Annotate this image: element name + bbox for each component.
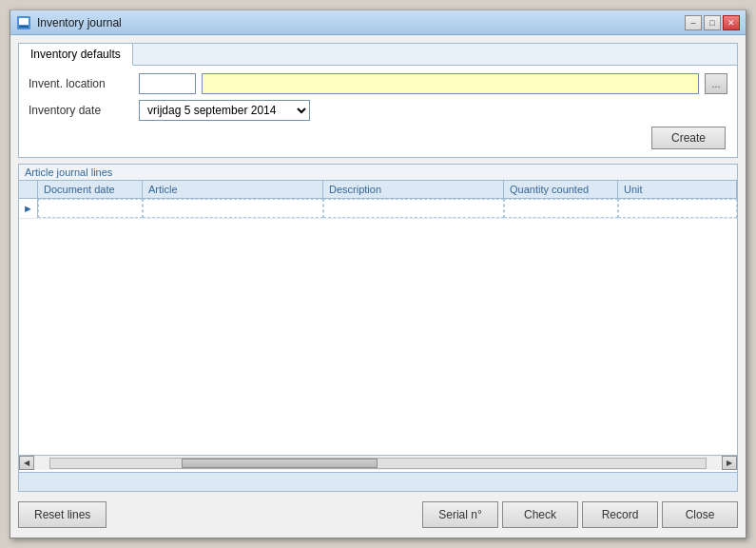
td-quantity[interactable]: [504, 199, 618, 218]
table-body: ►: [19, 199, 737, 455]
th-document-date: Document date: [38, 181, 143, 198]
td-description[interactable]: [323, 199, 504, 218]
close-button[interactable]: Close: [662, 501, 738, 528]
th-description: Description: [323, 181, 504, 198]
table-row[interactable]: ►: [19, 199, 737, 219]
journal-lines-section: Article journal lines Document date Arti…: [18, 164, 738, 492]
record-button[interactable]: Record: [582, 501, 658, 528]
reset-lines-button[interactable]: Reset lines: [18, 501, 107, 528]
td-unit[interactable]: [618, 199, 737, 218]
window-title: Inventory journal: [37, 16, 122, 29]
inventory-date-row: Inventory date vrijdag 5 september 2014: [29, 100, 727, 121]
tab-header: Inventory defaults: [19, 44, 737, 66]
check-button[interactable]: Check: [502, 501, 578, 528]
create-btn-row: Create: [29, 127, 727, 149]
row-indicator: ►: [19, 199, 38, 218]
th-quantity-counted: Quantity counted: [504, 181, 618, 198]
maximize-button[interactable]: □: [704, 15, 721, 30]
invent-location-input-large[interactable]: [202, 73, 699, 94]
td-article[interactable]: [143, 199, 323, 218]
inventory-date-select[interactable]: vrijdag 5 september 2014: [139, 100, 310, 121]
scrollbar-track[interactable]: [49, 458, 707, 469]
browse-button[interactable]: ...: [705, 73, 727, 94]
scroll-right-button[interactable]: ▶: [722, 456, 737, 470]
create-button[interactable]: Create: [651, 127, 726, 149]
invent-location-label: Invent. location: [29, 77, 133, 90]
inventory-date-label: Inventory date: [29, 104, 133, 117]
title-bar: Inventory journal – □ ✕: [10, 10, 746, 35]
window-content: Inventory defaults Invent. location ... …: [10, 35, 746, 538]
scrollbar-thumb[interactable]: [182, 459, 378, 468]
scroll-left-button[interactable]: ◀: [19, 456, 34, 470]
th-article: Article: [143, 181, 323, 198]
tab-inventory-defaults[interactable]: Inventory defaults: [19, 44, 133, 66]
table-container: Document date Article Description Quanti…: [19, 181, 737, 491]
tab-content: Invent. location ... Inventory date vrij…: [19, 66, 737, 157]
minimize-button[interactable]: –: [685, 15, 702, 30]
invent-location-input-small[interactable]: [139, 73, 196, 94]
tab-panel: Inventory defaults Invent. location ... …: [18, 43, 738, 158]
invent-location-row: Invent. location ...: [29, 73, 727, 94]
table-header: Document date Article Description Quanti…: [19, 181, 737, 199]
svg-rect-1: [19, 18, 29, 25]
bottom-buttons: Reset lines Serial n° Check Record Close: [18, 498, 738, 530]
td-document-date[interactable]: [38, 199, 143, 218]
main-window: Inventory journal – □ ✕ Inventory defaul…: [10, 10, 746, 538]
serial-n-button[interactable]: Serial n°: [422, 501, 498, 528]
status-bar: [19, 472, 737, 491]
th-unit: Unit: [618, 181, 737, 198]
horizontal-scrollbar: ◀ ▶: [19, 455, 737, 470]
svg-rect-2: [19, 26, 29, 28]
close-window-button[interactable]: ✕: [723, 15, 740, 30]
th-row-indicator: [19, 181, 38, 198]
journal-lines-legend: Article journal lines: [19, 165, 737, 181]
window-icon: [16, 15, 31, 30]
